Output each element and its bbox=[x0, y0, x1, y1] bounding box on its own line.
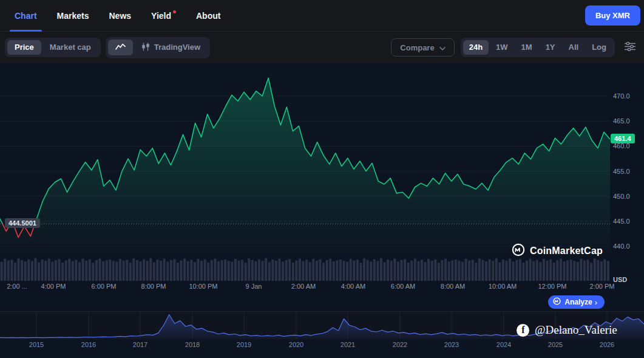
tradingview-chart-type-button[interactable]: TradingView bbox=[134, 40, 208, 56]
tab-chart-label: Chart bbox=[15, 11, 37, 21]
credit-handle: @Delano_Valerie bbox=[535, 323, 617, 337]
candlestick-icon bbox=[141, 43, 150, 53]
tab-about-label: About bbox=[196, 11, 220, 21]
tab-chart[interactable]: Chart bbox=[15, 0, 37, 31]
year-tick: 2017 bbox=[133, 341, 147, 348]
range-all-button[interactable]: All bbox=[563, 40, 585, 55]
time-tick: 2:00 ... bbox=[7, 283, 27, 290]
tab-news[interactable]: News bbox=[109, 0, 131, 31]
time-tick: 2:00 AM bbox=[291, 283, 316, 290]
year-tick: 2018 bbox=[185, 341, 200, 348]
time-tick: 4:00 PM bbox=[41, 283, 66, 290]
facebook-icon: f bbox=[517, 324, 529, 337]
tab-about[interactable]: About bbox=[196, 0, 220, 31]
open-price-label: 444.5001 bbox=[5, 218, 40, 228]
analyze-label: Analyze bbox=[564, 298, 592, 306]
time-tick: 6:00 PM bbox=[92, 283, 117, 290]
year-tick: 2016 bbox=[81, 341, 96, 348]
price-tick: 455.0 bbox=[613, 167, 630, 176]
line-chart-icon bbox=[115, 43, 126, 52]
watermark-credit: f @Delano_Valerie bbox=[517, 323, 617, 337]
time-axis[interactable]: 2:00 ...4:00 PM6:00 PM8:00 PM10:00 PM9 J… bbox=[0, 283, 644, 292]
year-tick: 2026 bbox=[600, 341, 614, 348]
coinmarketcap-chart-page: Chart Markets News Yield About Buy XMR P… bbox=[0, 0, 644, 358]
chevron-right-icon: › bbox=[595, 298, 597, 307]
time-tick: 8:00 PM bbox=[141, 283, 166, 290]
analyze-ai-icon bbox=[553, 297, 561, 307]
compare-label: Compare bbox=[400, 43, 434, 52]
year-tick: 2019 bbox=[237, 341, 251, 348]
chevron-down-icon bbox=[439, 43, 446, 52]
tab-yield[interactable]: Yield bbox=[151, 0, 176, 31]
range-1m-button[interactable]: 1M bbox=[515, 40, 538, 55]
tab-bar: Chart Markets News Yield About bbox=[15, 0, 220, 31]
year-tick: 2023 bbox=[444, 341, 459, 348]
log-scale-button[interactable]: Log bbox=[586, 40, 612, 55]
range-1w-button[interactable]: 1W bbox=[490, 40, 514, 55]
tab-markets[interactable]: Markets bbox=[57, 0, 89, 31]
analyze-row: Analyze › bbox=[548, 295, 605, 309]
page-header: Chart Markets News Yield About Buy XMR bbox=[0, 0, 644, 32]
price-chart[interactable]: 470.0465.0460.0455.0450.0445.0440.0 444.… bbox=[0, 67, 644, 281]
year-tick: 2022 bbox=[393, 341, 407, 348]
range-selector: 24h 1W 1M 1Y All Log bbox=[461, 38, 615, 57]
price-tick: 445.0 bbox=[613, 217, 630, 225]
price-tick: 450.0 bbox=[613, 192, 630, 201]
price-tick: 470.0 bbox=[613, 92, 630, 100]
time-tick: 6:00 AM bbox=[391, 283, 415, 290]
time-tick: 2:00 PM bbox=[590, 283, 615, 290]
line-chart-type-button[interactable] bbox=[108, 40, 133, 55]
notification-dot bbox=[173, 10, 176, 13]
price-tick: 465.0 bbox=[613, 117, 630, 125]
year-axis[interactable]: 2015201620172018201920202021202220232024… bbox=[0, 341, 644, 351]
tradingview-label: TradingView bbox=[154, 43, 200, 52]
year-tick: 2025 bbox=[548, 341, 563, 348]
year-tick: 2024 bbox=[497, 341, 511, 348]
time-tick: 10:00 PM bbox=[189, 283, 217, 290]
chart-toolbar: Price Market cap TradingView bbox=[0, 32, 644, 63]
time-tick: 10:00 AM bbox=[489, 283, 517, 290]
coinmarketcap-watermark: CoinMarketCap bbox=[512, 243, 603, 259]
time-tick: 9 Jan bbox=[246, 283, 262, 290]
tab-yield-label: Yield bbox=[151, 11, 171, 21]
metric-toggle: Price Market cap bbox=[5, 38, 101, 57]
coinmarketcap-logo-icon bbox=[512, 243, 525, 259]
time-tick: 12:00 PM bbox=[538, 283, 566, 290]
tab-markets-label: Markets bbox=[57, 11, 89, 21]
chart-settings-button[interactable] bbox=[621, 40, 639, 55]
tab-news-label: News bbox=[109, 11, 131, 21]
buy-xmr-button[interactable]: Buy XMR bbox=[585, 5, 640, 26]
year-tick: 2021 bbox=[341, 341, 355, 348]
compare-button[interactable]: Compare bbox=[391, 38, 454, 57]
market-cap-toggle-button[interactable]: Market cap bbox=[42, 40, 98, 55]
range-1y-button[interactable]: 1Y bbox=[540, 40, 561, 55]
year-tick: 2015 bbox=[29, 341, 44, 348]
price-tick: 440.0 bbox=[613, 242, 630, 250]
sliders-icon bbox=[625, 42, 636, 53]
current-price-badge: 461.4 bbox=[611, 134, 635, 143]
chart-type-toggle: TradingView bbox=[106, 37, 210, 58]
range-24h-button[interactable]: 24h bbox=[463, 40, 489, 55]
price-toggle-button[interactable]: Price bbox=[7, 40, 41, 55]
coinmarketcap-watermark-text: CoinMarketCap bbox=[530, 246, 603, 256]
time-tick: 4:00 AM bbox=[341, 283, 365, 290]
year-tick: 2020 bbox=[289, 341, 303, 348]
time-tick: 8:00 AM bbox=[441, 283, 465, 290]
toolbar-right-group: Compare 24h 1W 1M 1Y All Log bbox=[391, 38, 639, 57]
analyze-button[interactable]: Analyze › bbox=[548, 295, 605, 309]
